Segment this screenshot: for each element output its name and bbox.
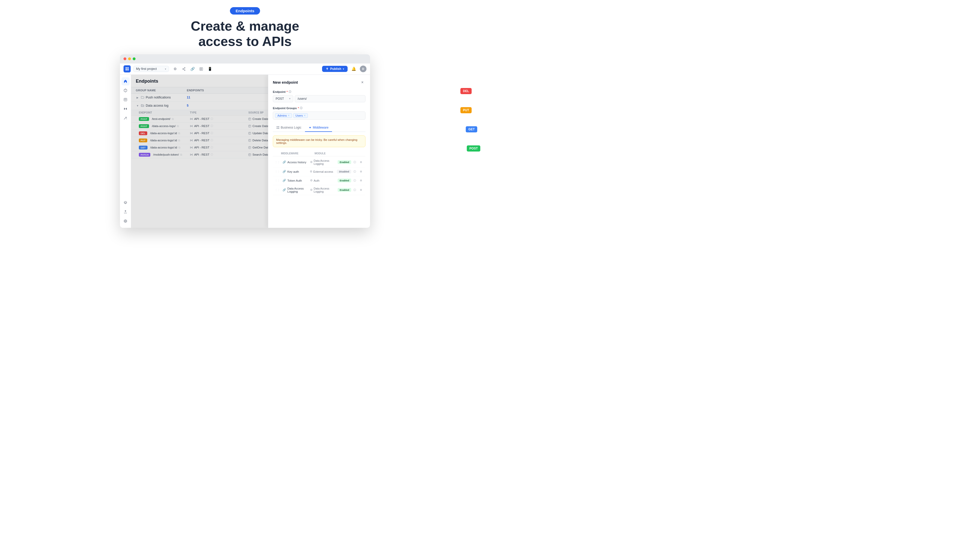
tag-users-remove[interactable]: ×	[304, 114, 305, 117]
endpoint-groups-section: Endpoint Groups * ⓘ Admins × Users ×	[273, 106, 366, 120]
sidebar-item-upload[interactable]	[121, 208, 130, 216]
window-chrome	[120, 54, 370, 64]
mw-row-data-access-logging[interactable]: ⋮⋮ 🔗 Data Access Logging ⚙ Data Access L…	[273, 185, 366, 195]
floating-post-badge: POST	[467, 145, 480, 151]
svg-line-7	[183, 68, 184, 69]
status-badge-1: Enabled	[338, 160, 351, 164]
svg-rect-44	[278, 128, 279, 129]
endpoint-input-row: POST ▾	[273, 95, 366, 102]
modal-title: New endpoint	[273, 80, 298, 84]
sidebar-item-cube[interactable]	[121, 86, 130, 95]
window-minimize-dot[interactable]	[128, 57, 131, 60]
drag-handle-3[interactable]: ⋮⋮	[275, 179, 281, 182]
tag-admins[interactable]: Admins ×	[275, 113, 292, 118]
project-dropdown-icon: ▾	[165, 68, 166, 70]
tag-admins-remove[interactable]: ×	[288, 114, 290, 117]
svg-point-5	[184, 70, 185, 70]
modal-close-button[interactable]: ×	[360, 79, 366, 86]
status-badge-4: Enabled	[338, 188, 351, 192]
drag-handle-1[interactable]: ⋮⋮	[275, 161, 281, 164]
mw-row-access-history[interactable]: ⋮⋮ 🔗 Access history ⚙ Data Access Loggin…	[273, 157, 366, 167]
tags-container[interactable]: Admins × Users ×	[273, 111, 366, 120]
tab-middleware[interactable]: Middleware	[305, 124, 332, 132]
endpoint-field-section: Endpoint * ⓘ POST ▾	[273, 90, 366, 102]
groups-required: *	[298, 106, 299, 110]
publish-button[interactable]: Publish ▾	[322, 66, 348, 72]
sidebar-item-globe[interactable]	[121, 217, 130, 225]
floating-put-badge: PUT	[460, 107, 472, 113]
mw-info-btn-2[interactable]: ⓘ	[352, 169, 357, 174]
sidebar-item-endpoints[interactable]	[121, 105, 130, 113]
svg-point-4	[184, 67, 185, 68]
settings-icon[interactable]: ⚙	[172, 65, 179, 73]
method-select[interactable]: POST ▾	[273, 95, 293, 102]
svg-rect-14	[124, 108, 125, 110]
mw-name-access-history: 🔗 Access history	[283, 160, 309, 164]
mw-info-btn-4[interactable]: ⓘ	[352, 187, 357, 192]
hero-badge: Endpoints	[230, 7, 260, 14]
svg-point-6	[183, 68, 183, 69]
warning-banner: Managing middleware can be tricky. Be ca…	[273, 135, 366, 147]
project-selector[interactable]: My first project ▾	[133, 66, 169, 72]
groups-info-icon: ⓘ	[300, 106, 302, 110]
link-icon[interactable]: 🔗	[189, 65, 196, 73]
sidebar-item-table[interactable]	[121, 96, 130, 104]
mw-settings-btn-3[interactable]: ⚙	[358, 178, 363, 183]
floating-del-badge: DEL	[460, 88, 472, 94]
notification-bell[interactable]: 🔔	[350, 65, 357, 73]
path-input[interactable]	[295, 95, 366, 102]
svg-rect-42	[278, 126, 279, 127]
mw-info-btn-3[interactable]: ⓘ	[352, 178, 357, 183]
svg-rect-2	[126, 69, 127, 70]
svg-rect-15	[126, 108, 127, 110]
mw-module-3: ⚙ Auth	[310, 179, 336, 182]
toolbar-icons: ⚙ 🔗 📱	[172, 65, 213, 73]
user-avatar[interactable]: D	[360, 65, 366, 72]
modal-tabs: Business Logic Middleware	[273, 124, 366, 132]
endpoint-info-icon: ⓘ	[289, 90, 291, 94]
drag-handle-2[interactable]: ⋮⋮	[275, 170, 281, 173]
svg-rect-0	[126, 67, 127, 68]
groups-label: Endpoint Groups * ⓘ	[273, 106, 366, 110]
sidebar-item-layers[interactable]	[121, 199, 130, 207]
mw-settings-btn-1[interactable]: ⚙	[358, 160, 363, 165]
mobile-icon[interactable]: 📱	[206, 65, 213, 73]
status-badge-3: Enabled	[338, 179, 351, 183]
mw-settings-btn-2[interactable]: ⚙	[358, 169, 363, 174]
new-endpoint-modal: New endpoint × Endpoint * ⓘ POST	[268, 75, 370, 228]
mw-row-token-auth[interactable]: ⋮⋮ 🔗 Token Auth ⚙ Auth Enabled ⓘ	[273, 176, 366, 185]
mw-module-1: ⚙ Data Access Logging	[310, 159, 336, 165]
svg-point-45	[310, 127, 310, 127]
drag-handle-4[interactable]: ⋮⋮	[275, 189, 281, 191]
window-fullscreen-dot[interactable]	[133, 57, 135, 60]
tag-users[interactable]: Users ×	[293, 113, 308, 118]
toolbar: My first project ▾ ⚙ 🔗 �	[120, 64, 370, 75]
mw-info-btn-1[interactable]: ⓘ	[352, 160, 357, 165]
hero-title: Create & manage access to APIs	[0, 19, 490, 49]
publish-dropdown-arrow: ▾	[343, 68, 344, 70]
mw-row-key-auth[interactable]: ⋮⋮ 🔗 Key auth ⚙ External access Disabled	[273, 167, 366, 176]
svg-rect-1	[127, 67, 129, 68]
required-indicator: *	[286, 90, 288, 94]
tab-business-logic[interactable]: Business Logic	[273, 124, 305, 132]
svg-rect-43	[277, 128, 278, 129]
mw-settings-btn-4[interactable]: ⚙	[358, 187, 363, 192]
mw-name-key-auth: 🔗 Key auth	[283, 170, 308, 173]
svg-rect-3	[127, 69, 129, 70]
window-close-dot[interactable]	[124, 57, 126, 60]
svg-rect-41	[277, 126, 278, 127]
layout-icon[interactable]	[197, 65, 205, 73]
floating-get-badge: GET	[466, 126, 477, 132]
share-icon[interactable]	[180, 65, 187, 73]
sidebar-item-home[interactable]	[121, 77, 130, 86]
mw-col-middleware: Middleware	[281, 152, 315, 155]
modal-header: New endpoint ×	[273, 79, 366, 86]
mw-name-data-access-logging: 🔗 Data Access Logging	[283, 187, 309, 193]
sidebar-item-wand[interactable]	[121, 114, 130, 122]
mw-name-token-auth: 🔗 Token Auth	[283, 179, 309, 182]
app-logo	[124, 65, 130, 73]
mw-module-4: ⚙ Data Access Logging	[310, 187, 336, 193]
endpoint-label: Endpoint * ⓘ	[273, 90, 366, 94]
hero-section: Endpoints Create & manage access to APIs	[0, 0, 490, 54]
method-dropdown-arrow: ▾	[289, 97, 290, 100]
